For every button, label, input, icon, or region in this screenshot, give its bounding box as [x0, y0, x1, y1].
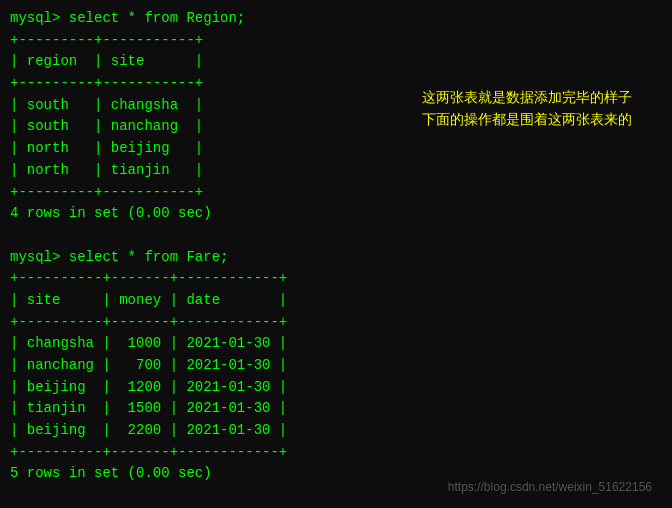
row-fare-1: | changsha | 1000 | 2021-01-30 | — [10, 333, 662, 355]
watermark: https://blog.csdn.net/weixin_51622156 — [448, 480, 652, 494]
row-fare-4: | tianjin | 1500 | 2021-01-30 | — [10, 398, 662, 420]
sep-5: +----------+-------+------------+ — [10, 312, 662, 334]
terminal: mysql> select * from Region; +---------+… — [10, 8, 662, 500]
row-region-4: | north | tianjin | — [10, 160, 662, 182]
sep-6: +----------+-------+------------+ — [10, 442, 662, 464]
blank-line — [10, 225, 662, 247]
row-region-3: | north | beijing | — [10, 138, 662, 160]
query-line-1: mysql> select * from Region; — [10, 8, 662, 30]
row-fare-3: | beijing | 1200 | 2021-01-30 | — [10, 377, 662, 399]
annotation-block: 这两张表就是数据添加完毕的样子 下面的操作都是围着这两张表来的 — [422, 86, 632, 131]
annotation-line-1: 这两张表就是数据添加完毕的样子 — [422, 86, 632, 108]
sep-1: +---------+-----------+ — [10, 30, 662, 52]
sep-4: +----------+-------+------------+ — [10, 268, 662, 290]
row-fare-2: | nanchang | 700 | 2021-01-30 | — [10, 355, 662, 377]
header-fare: | site | money | date | — [10, 290, 662, 312]
annotation-line-2: 下面的操作都是围着这两张表来的 — [422, 108, 632, 130]
sep-3: +---------+-----------+ — [10, 182, 662, 204]
result-region: 4 rows in set (0.00 sec) — [10, 203, 662, 225]
query-line-2: mysql> select * from Fare; — [10, 247, 662, 269]
row-fare-5: | beijing | 2200 | 2021-01-30 | — [10, 420, 662, 442]
header-region: | region | site | — [10, 51, 662, 73]
